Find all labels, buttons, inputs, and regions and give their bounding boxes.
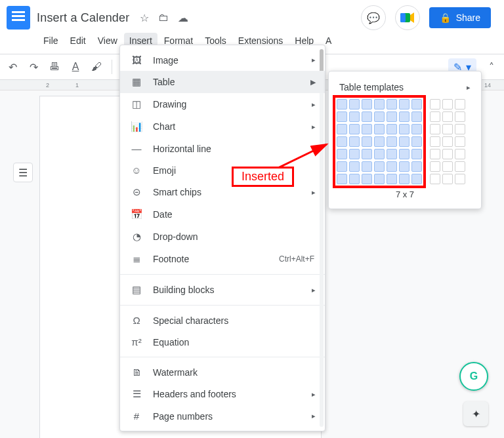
insert-headers-footers[interactable]: ☰ Headers and footers ▸: [120, 383, 325, 405]
table-cell[interactable]: [430, 149, 440, 159]
table-cell[interactable]: [399, 124, 410, 134]
insert-building-blocks[interactable]: ▤ Building blocks ▸: [120, 279, 325, 301]
table-cell[interactable]: [442, 174, 453, 184]
outline-toggle[interactable]: ☰: [13, 163, 33, 182]
table-cell[interactable]: [362, 136, 372, 147]
cloud-icon[interactable]: ☁: [178, 12, 188, 24]
comments-button[interactable]: 💬: [361, 5, 386, 30]
table-cell[interactable]: [362, 149, 372, 159]
table-cell[interactable]: [337, 99, 347, 110]
table-cell[interactable]: [430, 174, 440, 184]
menu-edit[interactable]: Edit: [65, 33, 91, 49]
table-cell[interactable]: [349, 174, 360, 184]
table-cell[interactable]: [411, 149, 422, 159]
table-cell[interactable]: [362, 124, 372, 134]
insert-hline[interactable]: — Horizontal line: [120, 138, 325, 159]
insert-page-numbers[interactable]: # Page numbers ▸: [120, 405, 325, 427]
insert-footnote[interactable]: ≣ Footnote Ctrl+Alt+F: [120, 248, 325, 270]
table-cell[interactable]: [362, 161, 372, 172]
table-cell[interactable]: [374, 174, 385, 184]
table-cell[interactable]: [349, 111, 360, 122]
menu-view[interactable]: View: [93, 33, 123, 49]
table-cell[interactable]: [430, 111, 440, 122]
insert-emoji[interactable]: ☺ Emoji: [120, 159, 325, 181]
table-cell[interactable]: [387, 161, 397, 172]
insert-table[interactable]: ▦ Table ▶: [120, 71, 325, 93]
redo-button[interactable]: ↷: [28, 61, 39, 73]
print-button[interactable]: 🖶: [49, 61, 60, 73]
table-templates[interactable]: Table templates ▸: [329, 78, 481, 99]
table-cell[interactable]: [455, 136, 465, 147]
table-cell[interactable]: [349, 124, 360, 134]
table-cell[interactable]: [411, 124, 422, 134]
insert-image[interactable]: 🖼 Image ▸: [120, 49, 325, 71]
table-cell[interactable]: [411, 99, 422, 110]
table-cell[interactable]: [455, 174, 465, 184]
table-cell[interactable]: [411, 136, 422, 147]
paint-format-button[interactable]: 🖌: [91, 61, 102, 73]
table-cell[interactable]: [362, 174, 372, 184]
table-cell[interactable]: [442, 161, 453, 172]
table-cell[interactable]: [374, 99, 385, 110]
meet-button[interactable]: [395, 5, 420, 30]
insert-smart-chips[interactable]: ⊝ Smart chips ▸: [120, 181, 325, 203]
table-cell[interactable]: [455, 99, 465, 110]
table-cell[interactable]: [442, 136, 453, 147]
table-cell[interactable]: [337, 149, 347, 159]
grammarly-button[interactable]: G: [459, 362, 488, 391]
table-cell[interactable]: [430, 99, 440, 110]
table-cell[interactable]: [374, 124, 385, 134]
table-cell[interactable]: [337, 136, 347, 147]
insert-dropdown-item[interactable]: ◔ Drop-down: [120, 226, 325, 248]
doc-title[interactable]: Insert a Calender: [37, 11, 129, 25]
table-cell[interactable]: [442, 149, 453, 159]
table-cell[interactable]: [337, 174, 347, 184]
table-cell[interactable]: [374, 149, 385, 159]
table-cell[interactable]: [399, 99, 410, 110]
table-cell[interactable]: [362, 99, 372, 110]
table-cell[interactable]: [374, 161, 385, 172]
table-cell[interactable]: [374, 111, 385, 122]
move-icon[interactable]: 🗀: [158, 12, 169, 24]
table-cell[interactable]: [387, 174, 397, 184]
table-cell[interactable]: [349, 136, 360, 147]
table-cell[interactable]: [430, 124, 440, 134]
table-cell[interactable]: [399, 111, 410, 122]
table-cell[interactable]: [337, 161, 347, 172]
table-cell[interactable]: [442, 99, 453, 110]
undo-button[interactable]: ↶: [7, 61, 18, 73]
table-cell[interactable]: [362, 111, 372, 122]
insert-special-chars[interactable]: Ω Special characters: [120, 309, 325, 331]
insert-drawing[interactable]: ◫ Drawing ▸: [120, 93, 325, 115]
table-cell[interactable]: [455, 161, 465, 172]
table-cell[interactable]: [387, 124, 397, 134]
table-cell[interactable]: [442, 124, 453, 134]
spellcheck-button[interactable]: A: [70, 61, 81, 73]
table-cell[interactable]: [399, 136, 410, 147]
table-cell[interactable]: [455, 111, 465, 122]
table-cell[interactable]: [387, 99, 397, 110]
table-cell[interactable]: [455, 149, 465, 159]
table-cell[interactable]: [349, 149, 360, 159]
table-cell[interactable]: [387, 111, 397, 122]
insert-watermark[interactable]: 🗎 Watermark: [120, 361, 325, 383]
menu-file[interactable]: File: [38, 33, 64, 49]
table-cell[interactable]: [349, 99, 360, 110]
table-cell[interactable]: [337, 111, 347, 122]
star-icon[interactable]: ☆: [140, 12, 149, 24]
table-cell[interactable]: [430, 161, 440, 172]
insert-chart[interactable]: 📊 Chart ▸: [120, 115, 325, 138]
table-cell[interactable]: [387, 149, 397, 159]
insert-equation[interactable]: π² Equation: [120, 331, 325, 353]
docs-logo[interactable]: [7, 6, 30, 30]
table-cell[interactable]: [455, 124, 465, 134]
table-cell[interactable]: [411, 111, 422, 122]
insert-date[interactable]: 📅 Date: [120, 203, 325, 226]
collapse-button[interactable]: ˄: [486, 61, 497, 73]
table-size-picker-extra[interactable]: [430, 99, 465, 184]
table-size-picker-selected[interactable]: [337, 99, 422, 184]
share-button[interactable]: 🔒 Share: [429, 7, 491, 28]
table-cell[interactable]: [430, 136, 440, 147]
explore-button[interactable]: ✦: [463, 401, 488, 426]
table-cell[interactable]: [399, 174, 410, 184]
